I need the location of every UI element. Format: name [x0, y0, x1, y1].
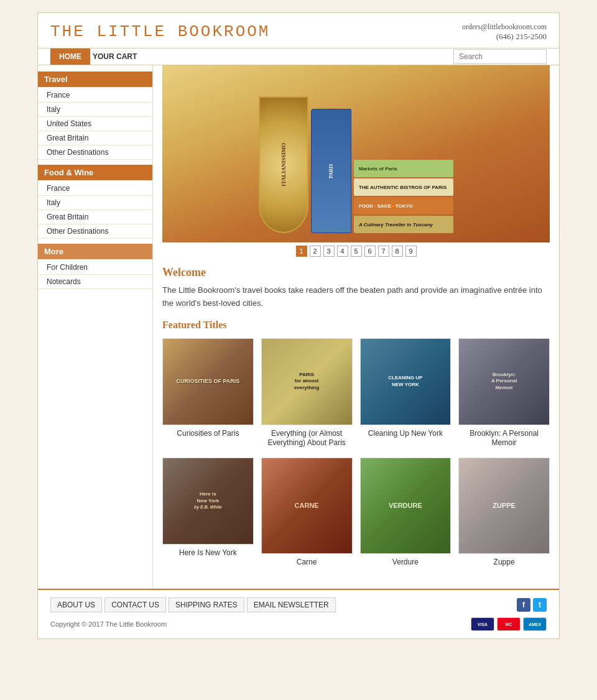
sidebar-item-travel-other[interactable]: Other Destinations	[38, 145, 152, 160]
book-cover-verdure: VERDURE	[360, 458, 451, 554]
amex-badge: AMEX	[523, 617, 547, 631]
book-cover-cleaning-ny: CLEANING UPNEW YORK	[360, 338, 451, 425]
banner-page-2[interactable]: 2	[310, 246, 321, 257]
book-item-curiosities[interactable]: CURIOSITIES OF PARIS Curiosities of Pari…	[162, 338, 254, 448]
banner-book-4: THE AUTHENTIC BISTROS OF PARIS	[354, 178, 453, 196]
header: THE LITTLE BOOKROOM orders@littlebookroo…	[38, 13, 559, 48]
footer: ABOUT US CONTACT US SHIPPING RATES EMAIL…	[38, 589, 559, 638]
book-title-verdure: Verdure	[360, 558, 451, 568]
email-link[interactable]: orders@littlebookroom.com	[462, 22, 547, 31]
banner-page-8[interactable]: 8	[392, 246, 403, 257]
book-item-paris-everything[interactable]: PARISfor almosteverything Everything (or…	[261, 338, 353, 448]
sidebar-item-travel-italy[interactable]: Italy	[38, 103, 152, 117]
featured-books-row2: Here isNew Yorkby E.B. White Here Is New…	[162, 458, 550, 568]
banner-nav: 1 2 3 4 5 6 7 8 9	[162, 242, 550, 260]
main-content: ITALIANISSIMO PARIS Markets of Paris THE…	[153, 65, 559, 589]
footer-contact-us[interactable]: CONTACT US	[104, 597, 166, 612]
sidebar-category-food: Food & Wine	[38, 165, 152, 180]
book-item-brooklyn[interactable]: Brooklyn:A PersonalMemoir Brooklyn: A Pe…	[458, 338, 550, 448]
book-item-here-is-new-york[interactable]: Here isNew Yorkby E.B. White Here Is New…	[162, 458, 254, 568]
payment-icons: VISA MC AMEX	[471, 617, 547, 631]
header-contact: orders@littlebookroom.com (646) 215-2500	[462, 22, 547, 42]
sidebar-item-travel-us[interactable]: United States	[38, 117, 152, 131]
footer-shipping-rates[interactable]: SHIPPING RATES	[169, 597, 244, 612]
banner-page-6[interactable]: 6	[364, 246, 376, 257]
banner-page-3[interactable]: 3	[323, 246, 335, 257]
book-cover-brooklyn: Brooklyn:A PersonalMemoir	[458, 338, 550, 425]
sidebar-item-notecards[interactable]: Notecards	[38, 275, 152, 289]
welcome-text: The Little Bookroom's travel books take …	[162, 284, 550, 310]
book-cover-paris-everything: PARISfor almosteverything	[261, 338, 353, 425]
book-title-curiosities: Curiosities of Paris	[162, 429, 254, 439]
footer-email-newsletter[interactable]: EMAIL NEWSLETTER	[247, 597, 336, 612]
banner-page-5[interactable]: 5	[351, 246, 362, 257]
banner-book-1: ITALIANISSIMO	[259, 96, 308, 233]
content-area: Travel France Italy United States Great …	[38, 65, 559, 589]
copyright-text: Copyright © 2017 The Little Bookroom	[50, 620, 167, 628]
sidebar: Travel France Italy United States Great …	[38, 65, 153, 589]
featured-section-title: Featured Titles	[162, 320, 550, 331]
search-input[interactable]	[453, 49, 547, 64]
banner-page-9[interactable]: 9	[405, 246, 417, 257]
book-item-zuppe[interactable]: ZUPPE Zuppe	[458, 458, 550, 568]
welcome-section: Welcome The Little Bookroom's travel boo…	[162, 266, 550, 310]
book-title-brooklyn: Brooklyn: A Personal Memoir	[458, 429, 550, 448]
sidebar-item-travel-gb[interactable]: Great Britain	[38, 131, 152, 145]
book-cover-zuppe: ZUPPE	[458, 458, 550, 554]
banner-book-2: PARIS	[311, 109, 351, 233]
sidebar-item-food-gb[interactable]: Great Britain	[38, 210, 152, 224]
banner-area: ITALIANISSIMO PARIS Markets of Paris THE…	[162, 65, 550, 260]
sidebar-item-travel-france[interactable]: France	[38, 88, 152, 103]
book-title-cleaning-ny: Cleaning Up New York	[360, 429, 451, 439]
book-title-zuppe: Zuppe	[458, 558, 550, 568]
footer-nav: ABOUT US CONTACT US SHIPPING RATES EMAIL…	[50, 597, 547, 612]
cart-link[interactable]: YOUR CART	[93, 48, 146, 65]
mastercard-badge: MC	[497, 617, 521, 631]
book-cover-curiosities: CURIOSITIES OF PARIS	[162, 338, 254, 425]
footer-social: f t	[517, 598, 547, 612]
banner-image: ITALIANISSIMO PARIS Markets of Paris THE…	[162, 65, 550, 242]
sidebar-item-food-other[interactable]: Other Destinations	[38, 224, 152, 239]
footer-bottom: Copyright © 2017 The Little Bookroom VIS…	[50, 617, 547, 631]
welcome-title: Welcome	[162, 266, 550, 279]
banner-page-1[interactable]: 1	[296, 246, 307, 257]
banner-page-4[interactable]: 4	[337, 246, 348, 257]
phone-number: (646) 215-2500	[462, 32, 547, 42]
banner-book-3: Markets of Paris	[354, 160, 453, 177]
home-link[interactable]: HOME	[50, 48, 90, 65]
banner-book-5: FOOD · SAKE · TOKYO	[354, 197, 453, 214]
book-cover-here-is-new-york: Here isNew Yorkby E.B. White	[162, 458, 254, 545]
footer-about-us[interactable]: ABOUT US	[50, 597, 102, 612]
book-title-here-is-new-york: Here Is New York	[162, 548, 254, 558]
sidebar-item-food-france[interactable]: France	[38, 182, 152, 196]
book-title-paris-everything: Everything (or Almost Everything) About …	[261, 429, 353, 448]
sidebar-category-travel: Travel	[38, 71, 152, 87]
sidebar-item-for-children[interactable]: For Children	[38, 260, 152, 275]
book-cover-carne: CARNE	[261, 458, 353, 554]
book-title-carne: Carne	[261, 558, 353, 568]
book-item-carne[interactable]: CARNE Carne	[261, 458, 353, 568]
banner-book-6: A Culinary Traveller in Tuscany	[354, 216, 453, 233]
facebook-icon[interactable]: f	[517, 598, 530, 612]
sidebar-category-more: More	[38, 244, 152, 259]
book-item-cleaning-ny[interactable]: CLEANING UPNEW YORK Cleaning Up New York	[360, 338, 451, 448]
nav-bar: HOME YOUR CART	[38, 48, 559, 65]
site-title: THE LITTLE BOOKROOM	[50, 22, 270, 41]
book-item-verdure[interactable]: VERDURE Verdure	[360, 458, 451, 568]
sidebar-item-food-italy[interactable]: Italy	[38, 196, 152, 210]
featured-books-row1: CURIOSITIES OF PARIS Curiosities of Pari…	[162, 338, 550, 448]
banner-page-7[interactable]: 7	[378, 246, 389, 257]
visa-badge: VISA	[471, 617, 494, 631]
twitter-icon[interactable]: t	[533, 598, 547, 612]
search-box	[453, 49, 547, 64]
